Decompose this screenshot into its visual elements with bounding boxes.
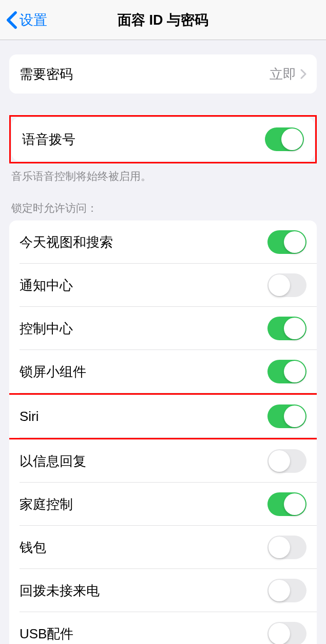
page-title: 面容 ID 与密码: [118, 11, 208, 29]
locked-access-list: 今天视图和搜索通知中心控制中心锁屏小组件Siri以信息回复家庭控制钱包回拨未接来…: [9, 220, 317, 644]
require-passcode-row[interactable]: 需要密码 立即: [9, 54, 317, 94]
locked-access-toggle-usb配件[interactable]: [267, 622, 306, 644]
voice-dial-highlight: 语音拨号: [9, 115, 317, 163]
locked-access-toggle-钱包[interactable]: [267, 536, 306, 559]
voice-dial-toggle[interactable]: [265, 127, 304, 151]
locked-access-toggle-控制中心[interactable]: [267, 317, 306, 340]
require-passcode-label: 需要密码: [20, 65, 73, 83]
chevron-left-icon: [6, 11, 17, 29]
locked-access-label: Siri: [20, 409, 39, 425]
voice-dial-row: 语音拨号: [12, 118, 314, 161]
navigation-bar: 设置 面容 ID 与密码: [0, 0, 326, 40]
locked-access-toggle-回拨未接来电[interactable]: [267, 579, 306, 602]
locked-access-label: 今天视图和搜索: [20, 233, 113, 251]
locked-access-toggle-锁屏小组件[interactable]: [267, 360, 306, 383]
locked-access-header: 锁定时允许访问：: [0, 201, 326, 220]
locked-access-label: 以信息回复: [20, 452, 86, 470]
locked-access-toggle-以信息回复[interactable]: [267, 449, 306, 473]
require-passcode-value: 立即: [270, 65, 296, 83]
voice-dial-footer: 音乐语音控制将始终被启用。: [0, 163, 326, 183]
locked-access-row-锁屏小组件: 锁屏小组件: [9, 350, 317, 393]
locked-access-toggle-siri[interactable]: [267, 404, 306, 428]
locked-access-label: 家庭控制: [20, 495, 73, 513]
locked-access-row-回拨未接来电: 回拨未接来电: [9, 569, 317, 612]
locked-access-toggle-今天视图和搜索[interactable]: [267, 230, 306, 254]
locked-access-row-siri: Siri: [9, 393, 317, 439]
locked-access-row-家庭控制: 家庭控制: [9, 483, 317, 526]
locked-access-row-控制中心: 控制中心: [9, 307, 317, 350]
locked-access-label: 回拨未接来电: [20, 582, 100, 600]
locked-access-label: 锁屏小组件: [20, 363, 86, 381]
locked-access-label: 钱包: [20, 539, 46, 557]
locked-access-row-usb配件: USB配件: [9, 612, 317, 644]
locked-access-row-以信息回复: 以信息回复: [9, 439, 317, 483]
locked-access-row-通知中心: 通知中心: [9, 264, 317, 307]
chevron-right-icon: [300, 69, 306, 79]
back-button[interactable]: 设置: [0, 11, 47, 29]
locked-access-row-钱包: 钱包: [9, 526, 317, 569]
locked-access-label: 控制中心: [20, 320, 73, 338]
locked-access-label: 通知中心: [20, 277, 73, 295]
voice-dial-label: 语音拨号: [22, 131, 75, 149]
locked-access-row-今天视图和搜索: 今天视图和搜索: [9, 220, 317, 264]
locked-access-toggle-家庭控制[interactable]: [267, 492, 306, 516]
locked-access-label: USB配件: [20, 625, 73, 643]
back-label: 设置: [20, 11, 47, 29]
locked-access-toggle-通知中心[interactable]: [267, 273, 306, 297]
separator: [20, 437, 317, 438]
